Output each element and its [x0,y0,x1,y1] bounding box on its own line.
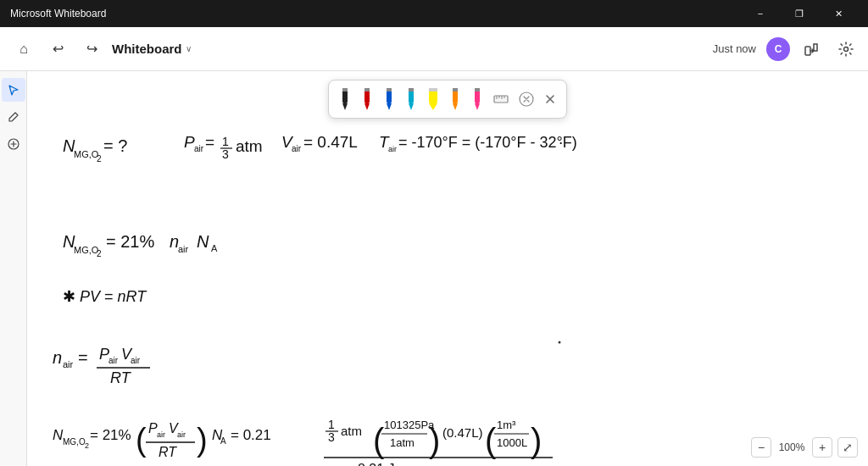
close-button[interactable]: ✕ [819,0,858,27]
svg-text:2: 2 [97,154,102,164]
svg-marker-16 [429,103,437,110]
svg-text:= 21%: = 21% [90,427,131,443]
svg-text:= 0.47L: = 0.47L [303,133,358,151]
cyan-pen-tool[interactable] [402,84,420,114]
svg-text:✱  PV = nRT: ✱ PV = nRT [63,288,147,305]
ruler-icon [492,91,509,108]
select-icon [8,84,19,96]
select-tool-button[interactable] [2,78,25,102]
svg-text:2: 2 [85,441,89,450]
zoom-in-button[interactable]: + [812,437,832,458]
equation-pvnrt: ✱ PV = nRT [63,288,147,305]
svg-text:3: 3 [328,430,335,444]
equation-nair: n air = P air V air RT [53,346,150,386]
minimize-button[interactable]: − [741,0,780,27]
whiteboard-title: Whiteboard [112,42,182,56]
close-icon [543,92,557,106]
pink-pen-icon [470,86,484,112]
orange-pen-icon [448,86,462,112]
svg-text:8.31 J: 8.31 J [358,462,395,466]
blue-pen-icon [382,86,396,112]
yellow-highlighter-tool[interactable] [424,84,442,114]
canvas-area[interactable]: N MG,O 2 = ? P air = 1 3 atm V air = 0.4… [27,71,868,466]
svg-text:1m³: 1m³ [497,419,516,431]
equation-nmgo2: N MG,O 2 = ? P air = 1 3 atm V air = 0.4… [63,133,577,164]
pink-pen-tool[interactable] [468,84,487,114]
settings-button[interactable] [834,37,858,61]
redo-button[interactable]: ↪ [78,36,105,63]
title-bar: Microsoft Whiteboard − ❐ ✕ [0,0,868,27]
svg-text:(: ( [485,422,497,459]
share-icon [804,42,820,57]
red-pen-tool[interactable] [358,84,376,114]
svg-text:A: A [211,243,218,253]
orange-pen-tool[interactable] [446,84,465,114]
svg-marker-13 [409,103,414,110]
svg-text:atm: atm [341,424,362,438]
title-chevron[interactable]: ∨ [186,44,192,53]
app-title-area: Whiteboard ∨ [112,42,706,56]
svg-text:(0.47L): (0.47L) [442,425,483,440]
settings-icon [838,42,854,57]
svg-rect-14 [409,88,414,92]
equation-row5: N MG,O 2 = 21% ( P air V air RT ) N A [53,418,553,466]
toolbar-right: Just now C [713,37,858,61]
red-pen-icon [360,86,374,112]
fit-screen-button[interactable]: ⤢ [837,437,858,458]
title-bar-controls: − ❐ ✕ [741,0,858,27]
svg-text:): ) [429,422,440,459]
svg-marker-19 [453,103,458,110]
svg-marker-4 [342,103,348,110]
undo-button[interactable]: ↩ [44,36,71,63]
whiteboard-content: N MG,O 2 = ? P air = 1 3 atm V air = 0.4… [27,71,868,466]
add-tool-button[interactable] [2,132,25,156]
share-button[interactable] [800,37,824,61]
svg-text:atm: atm [236,137,263,155]
svg-text:MG,O: MG,O [63,437,86,447]
eraser-tool[interactable] [515,88,537,110]
svg-text:101325Pa: 101325Pa [384,419,435,431]
svg-text:(: ( [373,422,385,459]
svg-text:1000L: 1000L [497,436,527,449]
blue-pen-tool[interactable] [380,84,398,114]
svg-text:MG,O: MG,O [74,149,99,159]
eraser-icon [518,91,535,108]
dot-artifact [559,341,561,344]
svg-text:= 21%: = 21% [106,232,154,251]
svg-text:RT: RT [159,445,177,459]
drawing-toolbar [328,80,567,119]
black-pen-icon [338,86,352,112]
svg-rect-23 [475,88,480,92]
user-avatar[interactable]: C [766,37,790,61]
close-toolbar-button[interactable] [541,90,559,108]
svg-text:): ) [197,422,208,458]
yellow-highlighter-icon [426,86,440,112]
svg-text:A: A [220,436,226,446]
svg-text:air: air [63,359,74,369]
svg-text:air: air [194,144,204,153]
left-panel [0,71,27,466]
black-pen-tool[interactable] [336,84,354,114]
svg-rect-0 [805,47,810,55]
zoom-out-button[interactable]: − [751,437,771,458]
svg-text:RT: RT [110,369,132,386]
svg-point-1 [844,47,849,51]
main-area: N MG,O 2 = ? P air = 1 3 atm V air = 0.4… [0,71,868,466]
pen-tool-button[interactable] [2,105,25,129]
zoom-level-label: 100% [776,441,807,453]
svg-text:(: ( [136,422,147,458]
svg-text:= 0.21: = 0.21 [231,427,271,443]
ruler-tool[interactable] [490,88,512,110]
svg-text:air: air [388,145,397,153]
svg-marker-7 [364,103,370,110]
home-button[interactable]: ⌂ [10,36,37,63]
cyan-pen-icon [404,86,418,112]
svg-rect-5 [342,88,348,92]
svg-text:=: = [78,348,88,367]
svg-text:air: air [292,144,302,153]
title-bar-left: Microsoft Whiteboard [10,8,106,19]
restore-button[interactable]: ❐ [780,0,819,27]
svg-text:2: 2 [97,249,102,258]
svg-marker-22 [475,103,480,110]
svg-text:= -170°F = (-170°F - 32°F): = -170°F = (-170°F - 32°F) [398,134,577,151]
